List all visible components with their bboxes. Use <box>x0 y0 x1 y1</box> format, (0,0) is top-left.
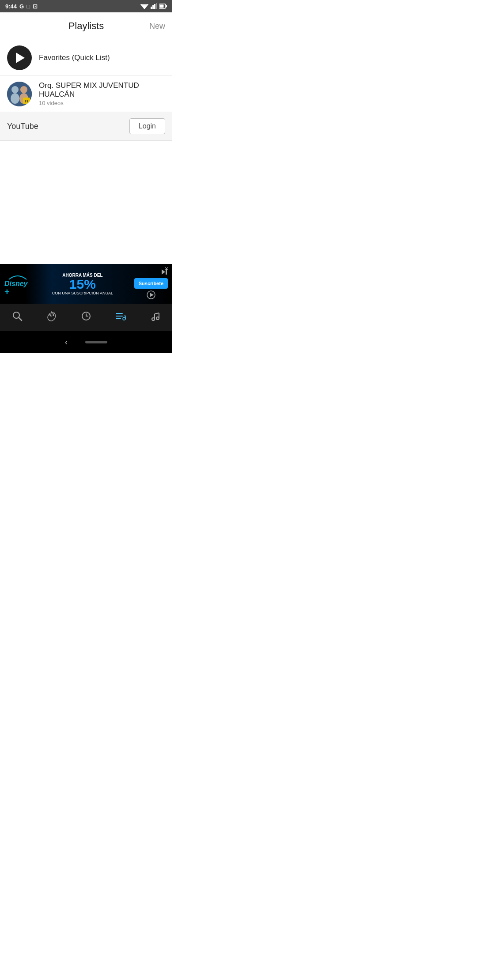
svg-point-26 <box>123 317 125 320</box>
svg-rect-4 <box>154 4 155 9</box>
wifi-icon <box>140 3 148 9</box>
svg-line-21 <box>19 318 22 321</box>
status-right <box>140 3 167 9</box>
play-circle-icon <box>7 45 32 70</box>
ad-bottom-text: CON UNA SUSCRIPCIÓN ANUAL <box>34 291 131 295</box>
playlist-info-super-mix: Orq. SUPER MIX JUVENTUD HUALCÁN 10 video… <box>39 81 165 106</box>
disney-logo-block: Disney + <box>4 271 31 296</box>
bottom-nav <box>0 304 172 331</box>
android-nav-bar: ‹ <box>0 331 172 353</box>
nav-item-search[interactable] <box>0 310 34 324</box>
ad-percent: 15% <box>34 278 131 291</box>
status-time: 9:44 <box>5 3 17 10</box>
playlist-name-favorites: Favorites (Quick List) <box>39 53 165 62</box>
content-area <box>0 141 172 264</box>
play-triangle-icon <box>16 53 25 63</box>
disney-plus-text: + <box>4 287 10 296</box>
ad-play-icon[interactable] <box>147 290 155 299</box>
playlist-item-favorites[interactable]: Favorites (Quick List) <box>0 40 172 76</box>
nav-item-music[interactable] <box>138 310 172 324</box>
new-button[interactable]: New <box>149 22 165 31</box>
svg-rect-5 <box>156 3 157 9</box>
ad-close-icon[interactable]: ✕ <box>164 266 169 272</box>
svg-rect-8 <box>160 5 164 8</box>
disney-arc-icon <box>4 271 31 280</box>
svg-rect-3 <box>152 5 154 9</box>
playlist-count-super-mix: 10 videos <box>39 100 165 106</box>
playlist-name-super-mix: Orq. SUPER MIX JUVENTUD HUALCÁN <box>39 81 165 99</box>
signal-icon <box>151 3 157 9</box>
google-icon: G <box>19 3 24 10</box>
header: Playlists New <box>0 12 172 40</box>
suscribete-button[interactable]: Suscríbete <box>134 278 168 289</box>
nav-item-trending[interactable] <box>34 310 69 324</box>
screen-icon: □ <box>26 3 30 10</box>
login-button[interactable]: Login <box>129 118 165 134</box>
svg-line-33 <box>155 313 159 314</box>
svg-point-10 <box>11 86 19 93</box>
svg-point-12 <box>20 86 27 93</box>
playlist-thumbnail-super-mix: H <box>7 82 32 106</box>
history-icon <box>80 310 92 324</box>
svg-rect-2 <box>151 7 152 9</box>
youtube-section: YouTube Login <box>0 112 172 141</box>
back-button[interactable]: ‹ <box>65 338 68 347</box>
disney-text: Disney <box>4 280 27 287</box>
nav-item-playlists[interactable] <box>103 310 138 324</box>
youtube-label: YouTube <box>7 122 38 131</box>
ad-cta-block: Suscríbete <box>134 268 168 299</box>
svg-text:H: H <box>25 99 28 103</box>
nav-item-history[interactable] <box>69 310 103 324</box>
music-icon <box>149 310 161 324</box>
playlist-info-favorites: Favorites (Quick List) <box>39 53 165 62</box>
status-left: 9:44 G □ ⊡ <box>5 3 38 10</box>
playlists-icon <box>115 310 126 324</box>
svg-marker-19 <box>150 293 154 297</box>
search-icon <box>11 310 23 324</box>
page-title: Playlists <box>68 20 104 32</box>
battery-icon <box>159 4 167 9</box>
playlist-item-super-mix[interactable]: H Orq. SUPER MIX JUVENTUD HUALCÁN 10 vid… <box>0 76 172 112</box>
ad-banner[interactable]: Disney + AHORRA MÁS DEL 15% CON UNA SUSC… <box>0 264 172 304</box>
cast-icon: ⊡ <box>33 3 38 10</box>
ad-skip-area <box>134 268 168 275</box>
status-bar: 9:44 G □ ⊡ <box>0 0 172 12</box>
svg-line-28 <box>124 316 125 316</box>
svg-point-11 <box>11 93 19 104</box>
home-indicator[interactable] <box>85 341 107 343</box>
svg-rect-7 <box>166 5 167 8</box>
ad-text-block: AHORRA MÁS DEL 15% CON UNA SUSCRIPCIÓN A… <box>34 273 131 295</box>
trending-icon <box>46 310 57 324</box>
band-thumb-image: H <box>7 82 32 106</box>
ad-inner: Disney + AHORRA MÁS DEL 15% CON UNA SUSC… <box>0 264 172 304</box>
